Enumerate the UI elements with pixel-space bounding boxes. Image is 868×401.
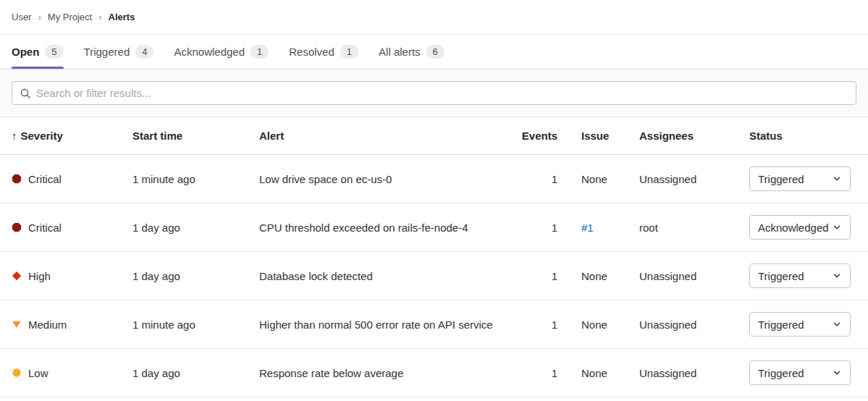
tab-label: Acknowledged [174, 46, 245, 58]
high-diamond-icon [12, 271, 22, 281]
issue-cell: None [557, 270, 639, 282]
tab-open[interactable]: Open 5 [12, 35, 64, 69]
issue-cell: None [557, 367, 639, 379]
critical-octagon-icon [12, 222, 22, 232]
assignees-cell: Unassigned [639, 318, 745, 331]
breadcrumb-my-project[interactable]: My Project [48, 12, 92, 22]
tab-all-alerts[interactable]: All alerts 6 [379, 35, 444, 69]
alert-title[interactable]: Response rate below average [259, 367, 514, 379]
status-dropdown[interactable]: Acknowledged [749, 215, 851, 240]
chevron-down-icon [832, 271, 842, 281]
critical-octagon-icon [12, 174, 22, 184]
tab-acknowledged[interactable]: Acknowledged 1 [174, 35, 269, 69]
breadcrumb: User › My Project › Alerts [0, 0, 868, 35]
alerts-page: User › My Project › Alerts Open 5 Trigge… [0, 0, 868, 401]
sort-arrow-up-icon: ↑ [12, 130, 17, 142]
status-value: Triggered [758, 318, 804, 331]
assignees-cell: Unassigned [639, 173, 745, 185]
tab-count-badge: 6 [426, 45, 444, 59]
breadcrumb-separator-icon: › [38, 12, 41, 22]
breadcrumb-user[interactable]: User [12, 12, 31, 22]
search-input[interactable] [36, 87, 848, 99]
severity-label: Critical [28, 221, 62, 234]
chevron-down-icon [832, 368, 842, 378]
tab-count-badge: 5 [45, 45, 63, 59]
alerts-table: ↑Severity Start time Alert Events Issue … [0, 117, 868, 397]
status-dropdown[interactable]: Triggered [749, 166, 851, 191]
column-label: Severity [21, 130, 63, 142]
search-box[interactable] [12, 81, 856, 105]
table-header: ↑Severity Start time Alert Events Issue … [0, 117, 868, 155]
severity-label: Low [28, 367, 49, 379]
events-count: 1 [514, 318, 557, 331]
tab-label: Triggered [84, 46, 130, 58]
tab-count-badge: 4 [135, 45, 153, 59]
column-header-severity[interactable]: ↑Severity [12, 130, 132, 142]
breadcrumb-alerts: Alerts [109, 12, 135, 22]
events-count: 1 [514, 173, 557, 185]
table-row: Critical 1 minute ago Low drive space on… [0, 155, 868, 203]
chevron-down-icon [832, 319, 842, 329]
tab-count-badge: 1 [340, 45, 358, 59]
events-count: 1 [514, 270, 557, 282]
start-time: 1 minute ago [132, 318, 259, 331]
table-row: High 1 day ago Database lock detected 1 … [0, 252, 868, 300]
assignees-cell: Unassigned [639, 270, 745, 282]
start-time: 1 day ago [132, 367, 259, 379]
status-dropdown[interactable]: Triggered [749, 312, 851, 337]
status-value: Triggered [758, 270, 804, 282]
column-header-start-time[interactable]: Start time [132, 130, 259, 142]
table-row: Medium 1 minute ago Higher than normal 5… [0, 300, 868, 349]
search-band [0, 69, 868, 117]
column-header-status[interactable]: Status [745, 130, 856, 142]
issue-cell: None [557, 173, 639, 185]
events-count: 1 [514, 221, 557, 234]
tab-label: Resolved [289, 46, 334, 58]
column-header-alert[interactable]: Alert [259, 130, 514, 142]
table-row: Critical 1 day ago CPU threshold exceede… [0, 203, 868, 252]
breadcrumb-separator-icon: › [98, 12, 101, 22]
assignees-cell: root [639, 221, 745, 234]
medium-triangle-down-icon [12, 319, 22, 329]
issue-cell: None [557, 318, 639, 331]
status-dropdown[interactable]: Triggered [749, 360, 851, 385]
tab-label: All alerts [379, 46, 421, 58]
severity-label: Critical [28, 173, 62, 185]
tab-triggered[interactable]: Triggered 4 [84, 35, 154, 69]
tab-resolved[interactable]: Resolved 1 [289, 35, 358, 69]
column-header-events[interactable]: Events [514, 130, 557, 142]
table-row: Low 1 day ago Response rate below averag… [0, 349, 868, 397]
chevron-down-icon [832, 174, 842, 184]
alert-title[interactable]: Low drive space on ec-us-0 [259, 173, 514, 185]
issue-link[interactable]: #1 [557, 221, 639, 234]
start-time: 1 day ago [132, 270, 259, 282]
assignees-cell: Unassigned [639, 367, 745, 379]
chevron-down-icon [832, 222, 842, 232]
events-count: 1 [514, 367, 557, 379]
search-icon [20, 88, 31, 99]
status-value: Acknowledged [758, 221, 829, 234]
column-header-assignees[interactable]: Assignees [639, 130, 745, 142]
status-value: Triggered [758, 173, 804, 185]
alert-status-tabs: Open 5 Triggered 4 Acknowledged 1 Resolv… [0, 35, 868, 69]
tab-count-badge: 1 [250, 45, 269, 59]
alert-title[interactable]: Higher than normal 500 error rate on API… [259, 318, 514, 331]
column-header-issue[interactable]: Issue [557, 130, 639, 142]
status-value: Triggered [758, 367, 804, 379]
status-dropdown[interactable]: Triggered [749, 263, 851, 288]
severity-label: High [28, 270, 51, 282]
start-time: 1 minute ago [132, 173, 259, 185]
alert-title[interactable]: Database lock detected [259, 270, 514, 282]
alert-title[interactable]: CPU threshold exceeded on rails-fe-node-… [259, 221, 514, 234]
tab-label: Open [12, 46, 39, 58]
start-time: 1 day ago [132, 221, 259, 234]
severity-label: Medium [28, 318, 67, 331]
low-circle-icon [12, 368, 22, 378]
